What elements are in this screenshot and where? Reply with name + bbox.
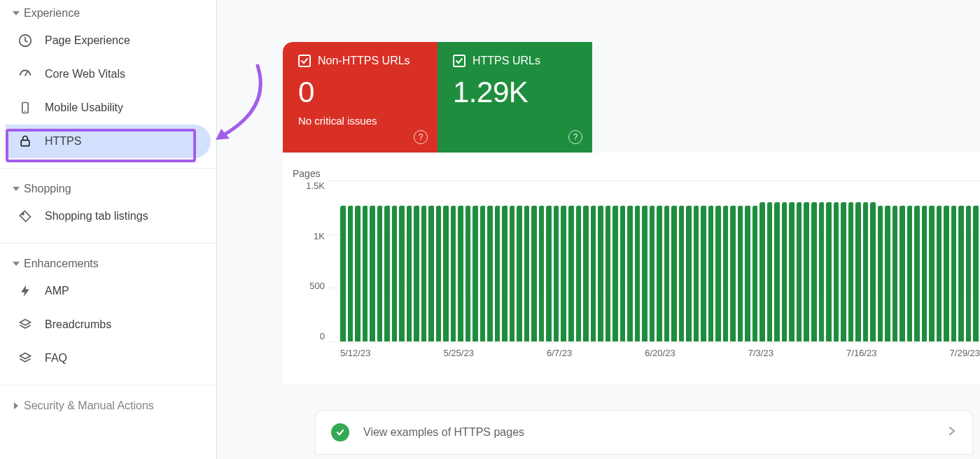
bar (863, 202, 870, 341)
bar (760, 202, 766, 341)
bar (804, 202, 811, 341)
help-icon[interactable]: ? (414, 130, 428, 144)
bar (428, 206, 435, 341)
mobile-icon (17, 99, 34, 116)
bar (885, 206, 892, 341)
chart-bars (340, 181, 980, 341)
bar (642, 206, 649, 341)
bar (436, 206, 443, 341)
bar (686, 206, 693, 341)
y-tick: 500 (294, 281, 325, 291)
bar (487, 206, 494, 341)
svg-line-1 (25, 71, 28, 76)
sidebar-item-shopping-tab-listings[interactable]: Shopping tab listings (6, 199, 211, 233)
shopping-list: Shopping tab listings (0, 199, 216, 233)
sidebar-item-label: Mobile Usability (45, 101, 123, 114)
y-tick: 1K (294, 231, 325, 241)
bar (443, 206, 450, 341)
sidebar-item-mobile-usability[interactable]: Mobile Usability (6, 91, 211, 125)
section-shopping[interactable]: Shopping (0, 178, 216, 199)
sidebar-item-faq[interactable]: FAQ (6, 341, 211, 375)
x-axis: 5/12/235/25/236/7/236/20/237/3/237/16/23… (340, 343, 980, 362)
section-enhancements[interactable]: Enhancements (0, 253, 216, 274)
x-tick: 6/20/23 (645, 348, 675, 362)
card-value: 1.29K (453, 76, 580, 109)
help-icon[interactable]: ? (568, 130, 582, 144)
bar (635, 206, 642, 341)
sidebar-item-label: Core Web Vitals (45, 68, 125, 80)
card-non-https[interactable]: Non-HTTPS URLs 0 No critical issues ? (283, 42, 438, 153)
sidebar-item-label: AMP (45, 285, 69, 297)
bar (819, 202, 826, 341)
bar (848, 202, 855, 341)
chevron-right-icon (11, 402, 21, 409)
sidebar-item-page-experience[interactable]: Page Experience (6, 24, 211, 57)
section-label: Security & Manual Actions (24, 400, 154, 412)
divider (0, 168, 216, 169)
x-tick: 7/16/23 (846, 348, 876, 362)
bar (414, 206, 421, 341)
layers-icon (17, 316, 34, 333)
card-https[interactable]: HTTPS URLs 1.29K ? (438, 42, 592, 153)
sidebar: Experience Page Experience Core Web Vita… (0, 0, 217, 459)
bar (531, 206, 538, 341)
section-experience[interactable]: Experience (0, 3, 216, 24)
x-tick: 6/7/23 (547, 348, 572, 362)
bar (834, 202, 841, 341)
bar (620, 206, 627, 341)
view-examples-row[interactable]: View examples of HTTPS pages (315, 410, 973, 455)
chevron-right-icon (947, 426, 957, 439)
bar (480, 206, 487, 341)
bar (767, 202, 774, 341)
sidebar-item-label: Breadcrumbs (45, 318, 111, 331)
bar (958, 206, 965, 341)
bar (708, 206, 715, 341)
bar (892, 206, 899, 341)
bar (377, 206, 384, 341)
bar (782, 202, 789, 341)
layers-icon (17, 350, 34, 367)
bar (966, 206, 973, 341)
card-title: HTTPS URLs (472, 55, 540, 67)
card-title: Non-HTTPS URLs (318, 55, 410, 67)
bar (355, 206, 362, 341)
bar (937, 206, 944, 341)
bar (627, 206, 634, 341)
bar (899, 206, 906, 341)
bar (517, 206, 524, 341)
bar (789, 202, 796, 341)
sidebar-item-https[interactable]: HTTPS (6, 125, 211, 158)
section-security[interactable]: Security & Manual Actions (0, 395, 216, 416)
bolt-icon (17, 283, 34, 299)
sidebar-item-breadcrumbs[interactable]: Breadcrumbs (6, 308, 211, 341)
divider (0, 385, 216, 386)
speedometer-icon (17, 66, 34, 83)
page-experience-icon (17, 32, 34, 49)
card-subtext: No critical issues (298, 115, 425, 127)
bar (650, 206, 657, 341)
y-tick: 1.5K (294, 181, 325, 191)
bar (583, 206, 590, 341)
section-label: Experience (24, 7, 80, 20)
bar (870, 202, 877, 341)
bar (752, 206, 760, 341)
section-label: Enhancements (24, 257, 99, 270)
bar (907, 206, 914, 341)
bar (612, 206, 620, 341)
sidebar-item-core-web-vitals[interactable]: Core Web Vitals (6, 57, 211, 91)
tag-icon (17, 208, 34, 225)
bar (348, 206, 355, 341)
bar (554, 206, 561, 341)
sidebar-item-amp[interactable]: AMP (6, 274, 211, 308)
bar (657, 206, 664, 341)
bar (944, 206, 951, 341)
x-tick: 5/12/23 (340, 348, 370, 362)
bar (715, 206, 722, 341)
chevron-down-icon (11, 260, 21, 267)
view-examples-label: View examples of HTTPS pages (363, 426, 947, 439)
bar (878, 206, 885, 341)
bar (922, 206, 929, 341)
bar (458, 206, 465, 341)
bar (730, 206, 737, 341)
summary-cards: Non-HTTPS URLs 0 No critical issues ? HT… (283, 42, 592, 153)
